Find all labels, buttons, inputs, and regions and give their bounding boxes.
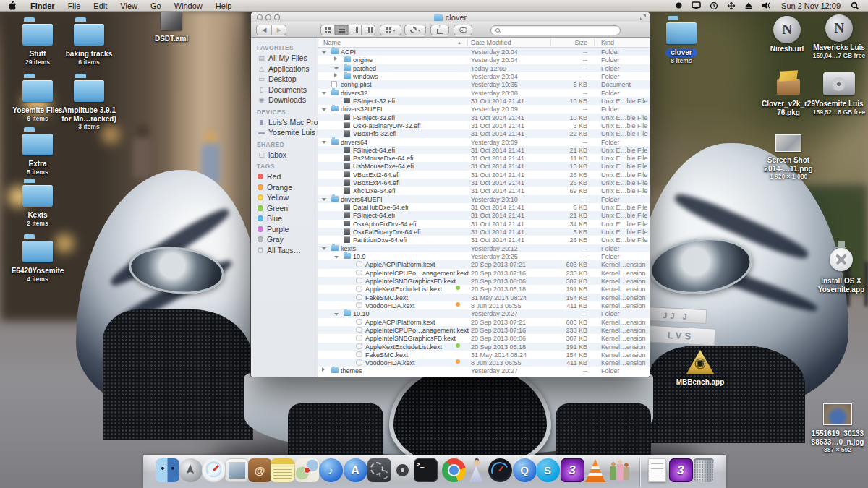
file-row[interactable]: 10.10Yesterday 20:27--Folder — [318, 309, 650, 317]
file-row[interactable]: Ps2MouseDxe-64.efi31 Oct 2014 21:4111 KB… — [318, 154, 650, 162]
search-input[interactable] — [503, 26, 616, 35]
volume-icon[interactable] — [757, 1, 775, 10]
desktop-icon-yosemite-luis[interactable]: Yosemite Luis159,52…8 GB free — [807, 72, 868, 116]
file-row[interactable]: FSInject-64.efi31 Oct 2014 21:4121 KBUni… — [318, 146, 650, 154]
file-row[interactable]: DataHubDxe-64.efi31 Oct 2014 21:416 KBUn… — [318, 203, 650, 211]
desktop-icon-kexts[interactable]: Kexts2 items — [5, 181, 70, 227]
disclosure-triangle[interactable] — [322, 51, 326, 54]
dock-item-itunes[interactable]: ♪ — [319, 458, 343, 482]
disclosure-triangle[interactable] — [322, 198, 326, 201]
file-row[interactable]: VBoxExt4-64.efi31 Oct 2014 21:4126 KBUni… — [318, 179, 650, 187]
dock-item-skype[interactable]: S — [536, 458, 560, 482]
dock-item-document[interactable] — [648, 458, 666, 482]
icon-view-button[interactable] — [321, 25, 334, 35]
window-titlebar[interactable]: clover — [251, 12, 650, 22]
spotlight-icon[interactable] — [846, 1, 868, 10]
file-row[interactable]: drivers64Yesterday 20:09--Folder — [318, 138, 650, 146]
sidebar-tag-green[interactable]: Green — [251, 203, 318, 214]
desktop-icon-e6420yosemite[interactable]: E6420Yosemite4 items — [5, 237, 70, 283]
file-row[interactable]: VoodooHDA.kext8 Jun 2013 06:55411 KBKern… — [318, 359, 650, 367]
file-row[interactable]: drivers32Yesterday 20:08--Folder — [318, 89, 650, 97]
menu-bar-clock[interactable]: Sun 2 Nov 12:09 — [775, 1, 846, 10]
time-machine-icon[interactable] — [705, 1, 723, 10]
column-header-date[interactable]: Date Modified — [471, 39, 511, 46]
desktop-icon-baking-tracks[interactable]: baking tracks6 items — [56, 20, 122, 66]
file-row[interactable]: AppleKextExcludeList.kext20 Sep 2013 05:… — [318, 285, 650, 293]
disclosure-triangle[interactable] — [334, 56, 337, 61]
disclosure-triangle[interactable] — [322, 108, 326, 111]
dock-item-launchpad[interactable] — [179, 458, 203, 482]
dock-item-purple3[interactable]: 3 — [561, 458, 584, 482]
list-view-button[interactable] — [334, 25, 348, 35]
sidebar-tag-red[interactable]: Red — [251, 171, 318, 182]
tags-button[interactable] — [454, 25, 472, 35]
file-row[interactable]: drivers64UEFIYesterday 20:10--Folder — [318, 195, 650, 203]
dock-item-notes[interactable] — [271, 458, 294, 482]
dock-item-finder[interactable] — [156, 458, 179, 482]
file-row[interactable]: AppleIntelCPUPo…anagement.kext20 Sep 201… — [318, 269, 650, 277]
desktop-icon-mavericks-luis[interactable]: NMavericks Luis159,04…7 GB free — [807, 14, 868, 59]
file-row[interactable]: VBoxHfs-32.efi31 Oct 2014 21:4122 KBUnix… — [318, 129, 650, 137]
menu-go[interactable]: Go — [144, 0, 168, 12]
disclosure-triangle[interactable] — [322, 92, 326, 95]
file-row[interactable]: AppleACPIPlatform.kext20 Sep 2013 07:216… — [318, 318, 650, 326]
file-row[interactable]: OsxFatBinaryDrv-32.efi31 Oct 2014 21:413… — [318, 121, 650, 129]
dock-item-sysprefs[interactable] — [367, 458, 391, 482]
column-header-name[interactable]: Name — [323, 39, 341, 46]
sidebar-item-yosemite-luis[interactable]: ▬Yosemite Luis — [251, 127, 318, 138]
disclosure-triangle[interactable] — [322, 367, 325, 372]
dock-item-safari[interactable] — [202, 458, 226, 482]
desktop-icon-mbbench[interactable]: MBBench.app — [668, 350, 733, 387]
file-row[interactable]: ACPIYesterday 20:04--Folder — [318, 48, 650, 56]
dock-item-appstore[interactable]: A — [344, 458, 367, 482]
sidebar-tag-purple[interactable]: Purple — [251, 224, 318, 235]
file-row[interactable]: themesYesterday 20:27--Folder — [318, 367, 650, 374]
sidebar-tag-blue[interactable]: Blue — [251, 213, 318, 224]
file-row[interactable]: VoodooHDA.kext8 Jun 2013 06:55411 KBKern… — [318, 301, 650, 309]
file-row[interactable]: AppleACPIPlatform.kext20 Sep 2013 07:216… — [318, 260, 650, 268]
dock-item-chars[interactable] — [608, 458, 631, 482]
menu-edit[interactable]: Edit — [87, 0, 114, 12]
column-header-kind[interactable]: Kind — [601, 39, 614, 46]
file-row[interactable]: drivers32UEFIYesterday 20:09--Folder — [318, 105, 650, 113]
fullscreen-icon[interactable] — [640, 14, 646, 20]
arrange-button[interactable]: ▾ — [380, 25, 401, 35]
dock-item-purple3b[interactable]: 3 — [669, 458, 693, 482]
menu-file[interactable]: File — [61, 0, 88, 12]
file-row[interactable]: config.plistYesterday 19:355 KBDocument — [318, 80, 650, 88]
dock-item-vlc[interactable] — [584, 458, 608, 482]
file-row[interactable]: FakeSMC.kext31 May 2014 08:24154 KBKerne… — [318, 294, 650, 301]
disclosure-triangle[interactable] — [334, 73, 337, 77]
dock-item-mail[interactable] — [225, 458, 249, 482]
sidebar-tag-all-tags-[interactable]: All Tags… — [251, 245, 318, 256]
sidebar-item-documents[interactable]: ▯Documents — [251, 85, 318, 95]
file-row[interactable]: patchedToday 12:09--Folder — [318, 64, 650, 72]
dock-item-trash[interactable] — [694, 458, 714, 482]
dock-item-quicktime[interactable]: Q — [513, 458, 537, 482]
desktop-icon-photo-jpg[interactable]: 1551619_3013388633…0_n.jpg887 × 592 — [805, 403, 868, 453]
apple-menu[interactable] — [0, 1, 24, 10]
file-row[interactable]: FSInject-32.efi31 Oct 2014 21:4110 KBUni… — [318, 114, 650, 121]
dock-item-terminal[interactable]: >_ — [414, 458, 438, 482]
display-icon[interactable] — [687, 1, 705, 10]
forward-button[interactable]: ▶ — [271, 25, 286, 35]
file-row[interactable]: OsxFatBinaryDrv-64.efi31 Oct 2014 21:415… — [318, 228, 650, 236]
menu-window[interactable]: Window — [168, 0, 209, 12]
column-header-size[interactable]: Size — [515, 39, 587, 46]
desktop-icon-amplitube[interactable]: Amplitube 3.9.1for Ma…racked)3 items — [56, 77, 122, 130]
file-row[interactable]: origineYesterday 20:04--Folder — [318, 56, 650, 64]
dock-item-chrome[interactable] — [442, 458, 466, 482]
desktop-icon-dsdt-aml[interactable]: DSDT.aml — [139, 12, 204, 43]
menu-view[interactable]: View — [114, 0, 144, 12]
file-row[interactable]: windowsYesterday 20:04--Folder — [318, 72, 650, 80]
sidebar-item-desktop[interactable]: ▭Desktop — [251, 74, 318, 85]
file-row[interactable]: kextsYesterday 20:12--Folder — [318, 244, 650, 252]
file-row[interactable]: UsbMouseDxe-64.efi31 Oct 2014 21:4113 KB… — [318, 162, 650, 170]
disclosure-triangle[interactable] — [322, 247, 326, 250]
dock-item-contacts[interactable] — [248, 458, 272, 482]
desktop-icon-clover[interactable]: clover8 items — [649, 19, 714, 64]
desktop-icon-screen-shot[interactable]: Screen Shot2014-…11.png1 920 × 1 080 — [756, 134, 821, 180]
eject-icon[interactable] — [740, 1, 757, 10]
dock-item-maps[interactable] — [295, 458, 319, 482]
file-row[interactable]: VBoxExt2-64.efi31 Oct 2014 21:4126 KBUni… — [318, 171, 650, 179]
